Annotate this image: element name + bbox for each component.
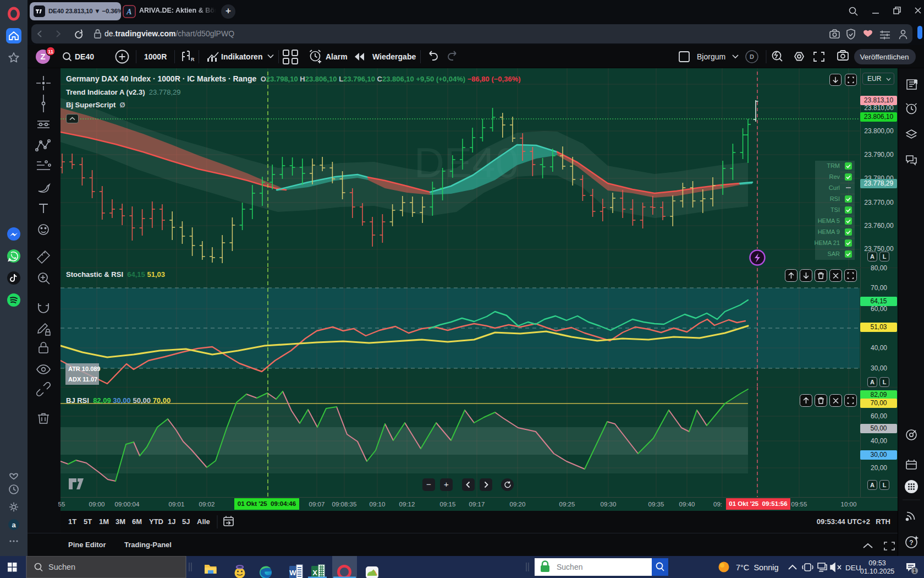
svg-text:01.10.2025: 01.10.2025: [860, 568, 895, 575]
svg-text:R: R: [191, 57, 195, 62]
svg-text:X: X: [312, 569, 317, 577]
svg-text:a: a: [12, 521, 16, 529]
svg-text:D: D: [750, 53, 754, 60]
svg-text:A: A: [126, 8, 131, 16]
svg-text:Veröffentlichen: Veröffentlichen: [860, 53, 909, 61]
svg-text:Suchen: Suchen: [48, 563, 75, 571]
svg-text:Z: Z: [40, 52, 45, 61]
svg-text:11: 11: [48, 48, 54, 54]
svg-text:Suchen: Suchen: [557, 563, 582, 571]
svg-text:?: ?: [909, 539, 913, 547]
svg-text:7°C Sonnig: 7°C Sonnig: [736, 563, 779, 572]
svg-text:09:53: 09:53: [868, 559, 886, 567]
svg-text:DEU: DEU: [845, 564, 861, 572]
svg-text:W: W: [289, 569, 296, 577]
svg-text:1: 1: [913, 568, 916, 574]
